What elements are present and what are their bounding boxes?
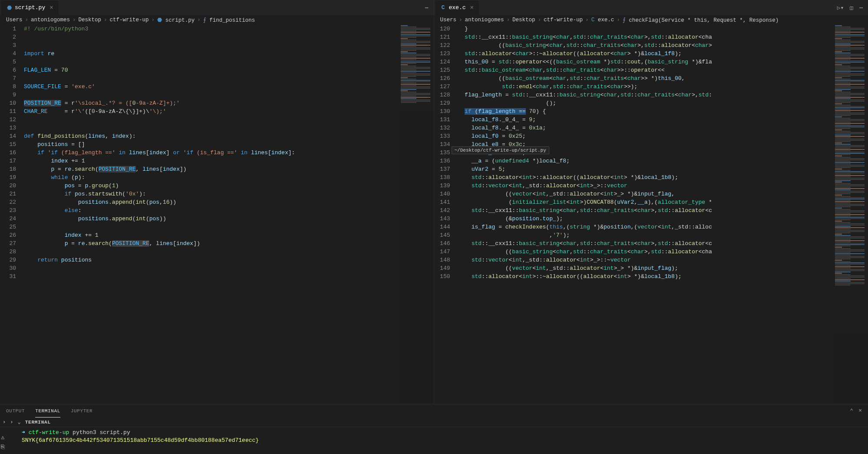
code-line[interactable]: std::vector<int,_std::allocator<int>_>::… — [458, 256, 868, 264]
code-line[interactable] — [24, 91, 434, 99]
code-line[interactable]: std::vector<int,_std::allocator<int>_>::… — [458, 182, 868, 190]
code-line[interactable]: index += 1 — [24, 157, 434, 165]
code-line[interactable]: def find_positions(lines, index): — [24, 132, 434, 140]
code-line[interactable]: std::allocator<int>::~allocator((allocat… — [458, 272, 868, 281]
code-line[interactable]: ((vector<int,_std::allocator<int>_> *)&i… — [458, 190, 868, 198]
code-line[interactable]: ((basic_string<char,std::char_traits<cha… — [458, 248, 868, 256]
breadcrumb-item[interactable]: Desktop — [79, 17, 102, 23]
editor-content-left[interactable]: #! /usr/bin/python3import reFLAG_LEN = 7… — [24, 25, 434, 404]
code-line[interactable]: std::basic_ostream<char,std::char_traits… — [458, 66, 868, 74]
chevron-down-icon[interactable]: ⌄ — [17, 419, 20, 425]
chevron-right-icon: › — [195, 17, 203, 23]
code-line[interactable]: SOURCE_FILE = 'exe.c' — [24, 83, 434, 91]
minimap-right[interactable] — [833, 25, 868, 404]
editor-content-right[interactable]: } std::__cxx11::basic_string<char,std::c… — [458, 25, 868, 404]
breadcrumb-item[interactable]: Users — [440, 17, 457, 23]
split-editor-icon[interactable]: ◫ — [850, 4, 853, 11]
code-line[interactable] — [24, 116, 434, 124]
code-line[interactable]: POSITION_RE = r'\slocal_.*? = ([0-9a-zA-… — [24, 99, 434, 107]
code-line[interactable]: local_f8._0_4_ = 9; — [458, 116, 868, 124]
breadcrumb-item[interactable]: antoniogomes — [31, 17, 70, 23]
code-line[interactable]: positions.append(int(pos,16)) — [24, 198, 434, 206]
code-line[interactable]: std::endl<char,std::char_traits<char>>); — [458, 83, 868, 91]
code-line[interactable]: positions = [] — [24, 140, 434, 149]
panel-tab-jupyter[interactable]: JUPYTER — [71, 404, 92, 418]
code-line[interactable]: if 'if (flag_length ==' in lines[index] … — [24, 149, 434, 157]
code-line[interactable]: p = re.search(POSITION_RE, lines[index]) — [24, 165, 434, 173]
code-line[interactable]: while (p): — [24, 173, 434, 182]
code-line[interactable]: return positions — [24, 256, 434, 264]
code-line[interactable]: std::__cxx11::basic_string<char,std::cha… — [458, 33, 868, 41]
line-number: 11 — [0, 107, 16, 116]
warning-icon[interactable]: ⚠ — [1, 434, 4, 441]
code-line[interactable] — [24, 264, 434, 272]
code-line[interactable]: } — [458, 25, 868, 33]
tab-script-py[interactable]: ⬣ script.py × — [1, 0, 59, 15]
code-line[interactable]: std::__cxx11::basic_string<char,std::cha… — [458, 239, 868, 248]
code-line[interactable]: std::__cxx11::basic_string<char,std::cha… — [458, 206, 868, 215]
code-line[interactable]: CHAR_RE = r'\'([0-9a-zA-Z\{\}]+)\'\);' — [24, 107, 434, 116]
code-line[interactable]: this_00 = std::operator<<((basic_ostream… — [458, 58, 868, 66]
overflow-icon[interactable]: ⋯ — [425, 4, 429, 11]
code-line[interactable]: local_f8._4_4_ = 0x1a; — [458, 124, 868, 132]
code-line[interactable]: is_flag = checkIndexes(this,(string *)&p… — [458, 223, 868, 231]
code-line[interactable] — [24, 74, 434, 83]
code-line[interactable]: #! /usr/bin/python3 — [24, 25, 434, 33]
code-line[interactable]: FLAG_LEN = 70 — [24, 66, 434, 74]
code-line[interactable]: if pos.startswith('0x'): — [24, 190, 434, 198]
code-line[interactable]: __a = (undefined4 *)local_f8; — [458, 157, 868, 165]
code-line[interactable] — [24, 223, 434, 231]
code-line[interactable] — [24, 272, 434, 281]
terminal-body[interactable]: ➜ ctf-write-up python3 script.py SNYK{6a… — [0, 427, 868, 454]
code-line[interactable]: local_f0 = 0x25; — [458, 132, 868, 140]
maximize-panel-icon[interactable]: ⌃ — [850, 408, 853, 414]
code-line[interactable]: else: — [24, 206, 434, 215]
breadcrumb-item[interactable]: C exe.c — [591, 17, 614, 23]
breadcrumb-item[interactable]: ctf-write-up — [110, 17, 149, 23]
breadcrumb-item[interactable]: Desktop — [512, 17, 535, 23]
panel-tab-output[interactable]: OUTPUT — [6, 404, 25, 418]
breadcrumb-item[interactable]: antoniogomes — [465, 17, 504, 23]
code-line[interactable]: std::allocator<int>::allocator((allocato… — [458, 173, 868, 182]
overflow-icon[interactable]: ⋯ — [859, 4, 863, 11]
breadcrumbs-right[interactable]: Users›antoniogomes›Desktop›ctf-write-up›… — [434, 15, 868, 25]
code-line[interactable]: if (flag_length == 70) { — [458, 107, 868, 116]
close-icon[interactable]: × — [50, 4, 53, 11]
code-line[interactable] — [24, 248, 434, 256]
breadcrumbs-left[interactable]: Users›antoniogomes›Desktop›ctf-write-up›… — [0, 15, 434, 25]
breadcrumb-item[interactable]: ⬣ script.py — [157, 17, 195, 23]
code-line[interactable]: ,'7'); — [458, 231, 868, 239]
close-icon[interactable]: × — [470, 4, 474, 11]
code-line[interactable]: positions.append(int(pos)) — [24, 215, 434, 223]
breadcrumb-item[interactable]: ⨍ checkFlag(Service * this, Request *, R… — [623, 17, 779, 23]
code-line[interactable]: flag_length = std::__cxx11::basic_string… — [458, 91, 868, 99]
code-line[interactable]: (initializer_list<int>)CONCAT88(uVar2,__… — [458, 198, 868, 206]
code-line[interactable] — [24, 41, 434, 50]
breadcrumb-item[interactable]: ⨍ find_positions — [203, 17, 255, 23]
code-line[interactable] — [24, 124, 434, 132]
run-icon[interactable]: ▷▾ — [837, 4, 844, 11]
output-icon[interactable]: ⎘ — [1, 444, 4, 451]
panel-tab-terminal[interactable]: TERMINAL — [35, 404, 60, 418]
minimap-left[interactable] — [399, 25, 434, 404]
code-line[interactable]: index += 1 — [24, 231, 434, 239]
breadcrumb-item[interactable]: ctf-write-up — [544, 17, 583, 23]
code-line[interactable]: ((vector<int,_std::allocator<int>_> *)&i… — [458, 264, 868, 272]
code-line[interactable] — [24, 58, 434, 66]
code-line[interactable]: (); — [458, 99, 868, 107]
code-line[interactable] — [24, 33, 434, 41]
breadcrumb-item[interactable]: Users — [6, 17, 23, 23]
code-line[interactable]: std::allocator<char>::~allocator((alloca… — [458, 50, 868, 58]
code-line[interactable]: ((basic_ostream<char,std::char_traits<ch… — [458, 74, 868, 83]
code-line[interactable]: uVar2 = 5; — [458, 165, 868, 173]
code-line[interactable]: ((basic_string<char,std::char_traits<cha… — [458, 41, 868, 50]
code-line[interactable]: pos = p.group(1) — [24, 182, 434, 190]
code-line[interactable]: (&position.top_); — [458, 215, 868, 223]
code-line[interactable]: import re — [24, 50, 434, 58]
tab-exe-c[interactable]: C exe.c × — [435, 0, 479, 15]
line-number: 150 — [434, 272, 450, 281]
close-panel-icon[interactable]: × — [858, 408, 862, 414]
chevron-right-icon[interactable]: › — [3, 419, 6, 425]
chevron-right-icon[interactable]: › — [10, 419, 13, 425]
code-line[interactable]: p = re.search(POSITION_RE, lines[index]) — [24, 239, 434, 248]
